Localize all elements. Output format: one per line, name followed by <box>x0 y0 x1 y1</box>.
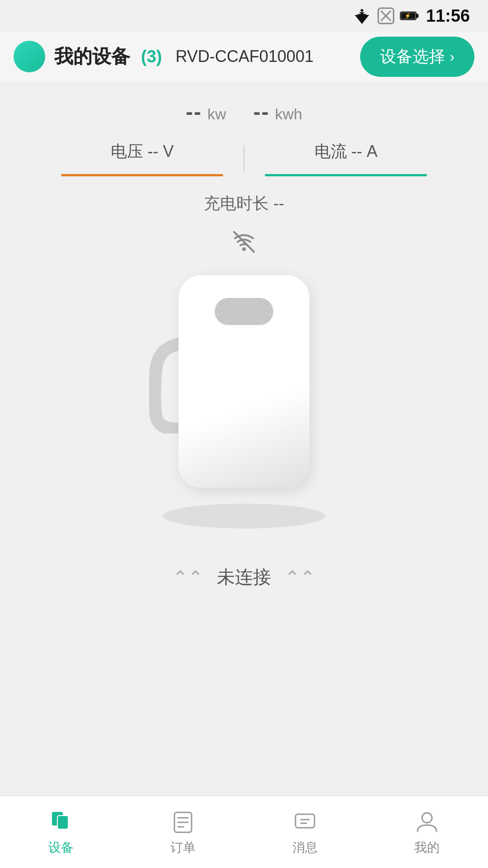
nav-item-order[interactable]: 订单 <box>122 808 244 856</box>
nav-label-message: 消息 <box>292 839 318 856</box>
svg-rect-16 <box>57 816 68 829</box>
svg-text:⚡: ⚡ <box>404 13 411 19</box>
status-time: 11:56 <box>426 6 470 26</box>
nav-label-device: 设备 <box>48 839 74 856</box>
charger-base <box>163 504 325 528</box>
vc-row: 电压 -- V 电流 -- A <box>41 141 447 176</box>
nav-item-mine[interactable]: 我的 <box>366 808 488 856</box>
energy-value: -- <box>253 99 270 124</box>
header-count: (3) <box>141 47 162 66</box>
device-select-button[interactable]: 设备选择 › <box>360 37 474 77</box>
status-icons: ⚡ <box>352 7 419 24</box>
svg-point-11 <box>242 247 246 251</box>
charge-duration: 充电时长 -- <box>204 193 284 215</box>
energy-unit: kwh <box>275 105 302 123</box>
bottom-nav: 设备 订单 消息 <box>0 796 488 868</box>
current-label: 电流 -- A <box>314 141 378 163</box>
main-content: -- kw -- kwh 电压 -- V 电流 -- A 充电时长 -- <box>0 81 488 599</box>
charger-body <box>178 275 310 488</box>
svg-rect-21 <box>296 814 314 828</box>
power-value: -- <box>186 99 202 124</box>
status-bar: ⚡ 11:56 <box>0 0 488 32</box>
message-nav-icon <box>291 808 319 835</box>
power-item-kwh: -- kwh <box>253 99 302 124</box>
voltage-label: 电压 -- V <box>111 141 174 163</box>
chevron-up-right-icon: ⌃⌃ <box>285 567 315 588</box>
nav-label-mine: 我的 <box>414 839 440 856</box>
not-connected-row: ⌃⌃ 未连接 ⌃⌃ <box>173 565 315 590</box>
header-title: 我的设备 <box>54 44 130 69</box>
order-nav-icon <box>169 808 197 835</box>
voltage-item: 电压 -- V <box>41 141 244 176</box>
battery-icon: ⚡ <box>400 9 419 23</box>
chevron-up-left-icon: ⌃⌃ <box>173 567 203 588</box>
device-nav-icon <box>47 808 75 835</box>
current-underline <box>265 174 427 176</box>
svg-rect-8 <box>416 14 418 18</box>
avatar <box>14 41 45 72</box>
nav-item-message[interactable]: 消息 <box>244 808 366 856</box>
charger-screen <box>215 298 273 325</box>
signal-icon <box>377 7 394 24</box>
power-row: -- kw -- kwh <box>186 99 302 124</box>
no-wifi-icon <box>230 228 258 257</box>
not-connected-label: 未连接 <box>217 565 271 590</box>
charger-illustration <box>131 275 357 528</box>
svg-point-24 <box>422 813 432 823</box>
nav-item-device[interactable]: 设备 <box>0 808 122 856</box>
header: 我的设备 (3) RVD-CCAF010001 设备选择 › <box>0 32 488 81</box>
mine-nav-icon <box>413 808 441 835</box>
chevron-right-icon: › <box>450 48 455 65</box>
svg-rect-3 <box>361 9 363 12</box>
wifi-icon <box>352 8 372 24</box>
header-device-id: RVD-CCAF010001 <box>175 47 313 66</box>
power-item-kw: -- kw <box>186 99 226 124</box>
device-select-label: 设备选择 <box>380 46 445 68</box>
voltage-underline <box>61 174 223 176</box>
nav-label-order: 订单 <box>170 839 196 856</box>
current-item: 电流 -- A <box>244 141 447 176</box>
power-unit: kw <box>207 105 226 123</box>
